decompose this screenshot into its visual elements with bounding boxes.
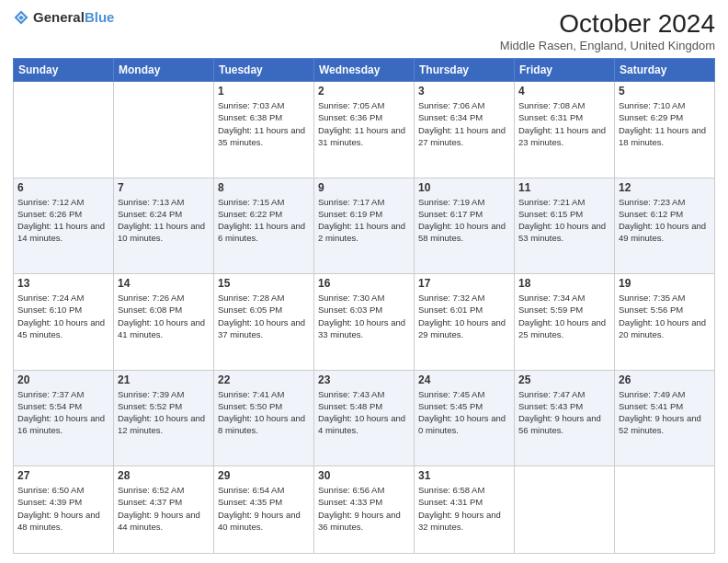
- logo-general: General: [33, 9, 85, 25]
- table-row: 13Sunrise: 7:24 AM Sunset: 6:10 PM Dayli…: [14, 274, 114, 371]
- cell-details: Sunrise: 7:47 AM Sunset: 5:43 PM Dayligh…: [518, 388, 610, 437]
- cell-details: Sunrise: 7:15 AM Sunset: 6:22 PM Dayligh…: [218, 196, 310, 245]
- cell-details: Sunrise: 7:06 AM Sunset: 6:34 PM Dayligh…: [418, 99, 510, 148]
- cell-details: Sunrise: 7:26 AM Sunset: 6:08 PM Dayligh…: [118, 292, 210, 340]
- col-sunday: Sunday: [14, 59, 114, 82]
- month-title: October 2024: [500, 9, 715, 39]
- table-row: 6Sunrise: 7:12 AM Sunset: 6:26 PM Daylig…: [14, 178, 114, 274]
- col-friday: Friday: [515, 59, 615, 82]
- cell-details: Sunrise: 6:56 AM Sunset: 4:33 PM Dayligh…: [318, 484, 410, 533]
- day-number: 30: [318, 469, 410, 482]
- calendar-table: Sunday Monday Tuesday Wednesday Thursday…: [13, 58, 715, 554]
- table-row: 11Sunrise: 7:21 AM Sunset: 6:15 PM Dayli…: [515, 178, 615, 274]
- cell-details: Sunrise: 7:35 AM Sunset: 5:56 PM Dayligh…: [619, 292, 711, 340]
- calendar-week-row: 1Sunrise: 7:03 AM Sunset: 6:38 PM Daylig…: [14, 82, 715, 178]
- table-row: 16Sunrise: 7:30 AM Sunset: 6:03 PM Dayli…: [314, 274, 415, 371]
- logo-blue: Blue: [85, 9, 115, 25]
- table-row: 4Sunrise: 7:08 AM Sunset: 6:31 PM Daylig…: [515, 82, 615, 178]
- day-number: 12: [619, 181, 711, 194]
- table-row: 9Sunrise: 7:17 AM Sunset: 6:19 PM Daylig…: [314, 178, 415, 274]
- table-row: 14Sunrise: 7:26 AM Sunset: 6:08 PM Dayli…: [114, 274, 214, 371]
- day-number: 18: [518, 277, 610, 290]
- table-row: 3Sunrise: 7:06 AM Sunset: 6:34 PM Daylig…: [415, 82, 515, 178]
- cell-details: Sunrise: 7:37 AM Sunset: 5:54 PM Dayligh…: [17, 388, 109, 437]
- cell-details: Sunrise: 7:23 AM Sunset: 6:12 PM Dayligh…: [619, 196, 711, 245]
- cell-details: Sunrise: 7:32 AM Sunset: 6:01 PM Dayligh…: [418, 292, 510, 340]
- page: GeneralBlue October 2024 Middle Rasen, E…: [0, 0, 728, 563]
- day-number: 13: [17, 277, 109, 290]
- table-row: 26Sunrise: 7:49 AM Sunset: 5:41 PM Dayli…: [615, 370, 715, 466]
- title-block: October 2024 Middle Rasen, England, Unit…: [500, 9, 715, 52]
- table-row: 21Sunrise: 7:39 AM Sunset: 5:52 PM Dayli…: [114, 370, 214, 466]
- cell-details: Sunrise: 7:21 AM Sunset: 6:15 PM Dayligh…: [518, 196, 610, 245]
- logo: GeneralBlue: [13, 9, 114, 26]
- cell-details: Sunrise: 7:12 AM Sunset: 6:26 PM Dayligh…: [17, 196, 109, 245]
- day-number: 7: [118, 181, 210, 194]
- calendar-week-row: 20Sunrise: 7:37 AM Sunset: 5:54 PM Dayli…: [14, 370, 715, 466]
- day-number: 14: [118, 277, 210, 290]
- day-number: 23: [318, 373, 410, 386]
- table-row: 1Sunrise: 7:03 AM Sunset: 6:38 PM Daylig…: [214, 82, 314, 178]
- table-row: 25Sunrise: 7:47 AM Sunset: 5:43 PM Dayli…: [515, 370, 615, 466]
- day-number: 3: [418, 85, 510, 98]
- day-number: 15: [218, 277, 310, 290]
- table-row: 23Sunrise: 7:43 AM Sunset: 5:48 PM Dayli…: [314, 370, 415, 466]
- table-row: [515, 466, 615, 554]
- table-row: 28Sunrise: 6:52 AM Sunset: 4:37 PM Dayli…: [114, 466, 214, 554]
- table-row: 20Sunrise: 7:37 AM Sunset: 5:54 PM Dayli…: [14, 370, 114, 466]
- header: GeneralBlue October 2024 Middle Rasen, E…: [13, 9, 715, 52]
- logo-text: GeneralBlue: [33, 9, 114, 26]
- table-row: 2Sunrise: 7:05 AM Sunset: 6:36 PM Daylig…: [314, 82, 415, 178]
- table-row: [615, 466, 715, 554]
- day-number: 20: [17, 373, 109, 386]
- day-number: 6: [17, 181, 109, 194]
- cell-details: Sunrise: 7:28 AM Sunset: 6:05 PM Dayligh…: [218, 292, 310, 340]
- day-number: 9: [318, 181, 410, 194]
- table-row: 29Sunrise: 6:54 AM Sunset: 4:35 PM Dayli…: [214, 466, 314, 554]
- day-number: 4: [518, 85, 610, 98]
- day-number: 31: [418, 469, 510, 482]
- col-thursday: Thursday: [415, 59, 515, 82]
- table-row: 30Sunrise: 6:56 AM Sunset: 4:33 PM Dayli…: [314, 466, 415, 554]
- calendar-week-row: 13Sunrise: 7:24 AM Sunset: 6:10 PM Dayli…: [14, 274, 715, 371]
- cell-details: Sunrise: 7:10 AM Sunset: 6:29 PM Dayligh…: [619, 99, 711, 148]
- calendar-header-row: Sunday Monday Tuesday Wednesday Thursday…: [14, 59, 715, 82]
- cell-details: Sunrise: 7:08 AM Sunset: 6:31 PM Dayligh…: [518, 99, 610, 148]
- cell-details: Sunrise: 7:34 AM Sunset: 5:59 PM Dayligh…: [518, 292, 610, 340]
- cell-details: Sunrise: 7:05 AM Sunset: 6:36 PM Dayligh…: [318, 99, 410, 148]
- cell-details: Sunrise: 7:43 AM Sunset: 5:48 PM Dayligh…: [318, 388, 410, 437]
- day-number: 29: [218, 469, 310, 482]
- table-row: 15Sunrise: 7:28 AM Sunset: 6:05 PM Dayli…: [214, 274, 314, 371]
- table-row: 17Sunrise: 7:32 AM Sunset: 6:01 PM Dayli…: [415, 274, 515, 371]
- location: Middle Rasen, England, United Kingdom: [500, 39, 715, 52]
- day-number: 10: [418, 181, 510, 194]
- cell-details: Sunrise: 7:45 AM Sunset: 5:45 PM Dayligh…: [418, 388, 510, 437]
- cell-details: Sunrise: 7:41 AM Sunset: 5:50 PM Dayligh…: [218, 388, 310, 437]
- calendar-week-row: 27Sunrise: 6:50 AM Sunset: 4:39 PM Dayli…: [14, 466, 715, 554]
- cell-details: Sunrise: 7:13 AM Sunset: 6:24 PM Dayligh…: [118, 196, 210, 245]
- cell-details: Sunrise: 7:39 AM Sunset: 5:52 PM Dayligh…: [118, 388, 210, 437]
- col-monday: Monday: [114, 59, 214, 82]
- cell-details: Sunrise: 7:17 AM Sunset: 6:19 PM Dayligh…: [318, 196, 410, 245]
- day-number: 2: [318, 85, 410, 98]
- cell-details: Sunrise: 6:52 AM Sunset: 4:37 PM Dayligh…: [118, 484, 210, 533]
- day-number: 11: [518, 181, 610, 194]
- day-number: 17: [418, 277, 510, 290]
- col-wednesday: Wednesday: [314, 59, 415, 82]
- day-number: 28: [118, 469, 210, 482]
- day-number: 8: [218, 181, 310, 194]
- cell-details: Sunrise: 7:19 AM Sunset: 6:17 PM Dayligh…: [418, 196, 510, 245]
- day-number: 5: [619, 85, 711, 98]
- logo-icon: [13, 9, 29, 26]
- table-row: 10Sunrise: 7:19 AM Sunset: 6:17 PM Dayli…: [415, 178, 515, 274]
- day-number: 25: [518, 373, 610, 386]
- table-row: 18Sunrise: 7:34 AM Sunset: 5:59 PM Dayli…: [515, 274, 615, 371]
- table-row: 7Sunrise: 7:13 AM Sunset: 6:24 PM Daylig…: [114, 178, 214, 274]
- cell-details: Sunrise: 7:49 AM Sunset: 5:41 PM Dayligh…: [619, 388, 711, 437]
- calendar-week-row: 6Sunrise: 7:12 AM Sunset: 6:26 PM Daylig…: [14, 178, 715, 274]
- day-number: 19: [619, 277, 711, 290]
- day-number: 26: [619, 373, 711, 386]
- cell-details: Sunrise: 6:50 AM Sunset: 4:39 PM Dayligh…: [17, 484, 109, 533]
- table-row: 31Sunrise: 6:58 AM Sunset: 4:31 PM Dayli…: [415, 466, 515, 554]
- day-number: 16: [318, 277, 410, 290]
